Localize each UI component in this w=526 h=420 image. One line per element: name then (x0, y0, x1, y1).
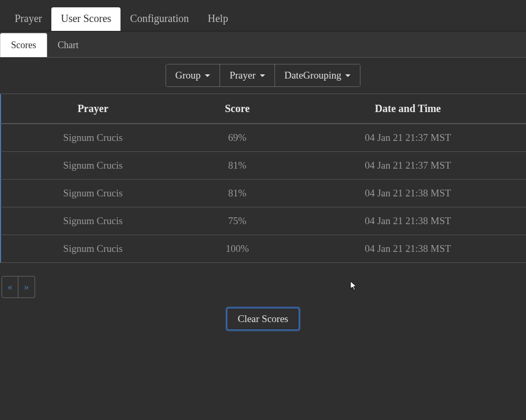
main-tabs: Prayer User Scores Configuration Help (0, 0, 526, 31)
cell-prayer: Signum Crucis (1, 160, 185, 171)
caret-down-icon (260, 74, 265, 77)
column-header-score[interactable]: Score (185, 103, 290, 115)
cell-datetime: 04 Jan 21 21:37 MST (290, 132, 526, 143)
caret-down-icon (205, 74, 210, 77)
cell-datetime: 04 Jan 21 21:38 MST (290, 243, 526, 255)
table-row: Signum Crucis 75% 04 Jan 21 21:38 MST (0, 207, 526, 235)
filter-prayer-label: Prayer (229, 70, 256, 81)
table-row: Signum Crucis 81% 04 Jan 21 21:37 MST (0, 152, 526, 180)
tab-user-scores[interactable]: User Scores (51, 7, 120, 31)
table-row: Signum Crucis 100% 04 Jan 21 21:38 MST (0, 235, 526, 263)
table-header: Prayer Score Date and Time (0, 94, 526, 124)
caret-down-icon (345, 74, 350, 77)
cell-score: 81% (185, 187, 290, 199)
column-header-prayer[interactable]: Prayer (1, 103, 185, 115)
sub-tabs: Scores Chart (0, 31, 526, 58)
table-row: Signum Crucis 69% 04 Jan 21 21:37 MST (0, 124, 526, 152)
cell-prayer: Signum Crucis (1, 132, 185, 143)
filter-prayer-dropdown[interactable]: Prayer (220, 64, 275, 86)
cell-score: 100% (185, 243, 290, 255)
filter-group-label: Group (176, 70, 201, 81)
clear-scores-button[interactable]: Clear Scores (226, 307, 300, 330)
cell-score: 69% (185, 132, 290, 143)
filters-row: Group Prayer DateGrouping (0, 58, 526, 93)
cell-score: 75% (185, 215, 290, 227)
filter-group-dropdown[interactable]: Group (166, 64, 221, 86)
tab-chart[interactable]: Chart (47, 34, 89, 57)
cell-prayer: Signum Crucis (1, 187, 185, 199)
pagination: « » (2, 276, 526, 298)
scores-table: Prayer Score Date and Time Signum Crucis… (0, 93, 526, 263)
page-next-button[interactable]: » (18, 276, 35, 298)
cell-prayer: Signum Crucis (1, 215, 185, 227)
cell-score: 81% (185, 160, 290, 171)
column-header-datetime[interactable]: Date and Time (290, 103, 526, 115)
cell-datetime: 04 Jan 21 21:37 MST (290, 160, 526, 171)
cell-datetime: 04 Jan 21 21:38 MST (290, 215, 526, 227)
page-prev-button[interactable]: « (2, 276, 18, 298)
filter-group: Group Prayer DateGrouping (166, 64, 361, 87)
tab-prayer[interactable]: Prayer (5, 7, 51, 31)
cell-prayer: Signum Crucis (1, 243, 185, 255)
tab-configuration[interactable]: Configuration (120, 7, 198, 31)
clear-scores-wrap: Clear Scores (0, 307, 526, 330)
filter-dategrouping-dropdown[interactable]: DateGrouping (275, 64, 360, 86)
table-row: Signum Crucis 81% 04 Jan 21 21:38 MST (0, 180, 526, 207)
cell-datetime: 04 Jan 21 21:38 MST (290, 187, 526, 199)
tab-help[interactable]: Help (199, 7, 238, 31)
filter-dategrouping-label: DateGrouping (284, 70, 342, 81)
tab-scores[interactable]: Scores (0, 33, 47, 57)
